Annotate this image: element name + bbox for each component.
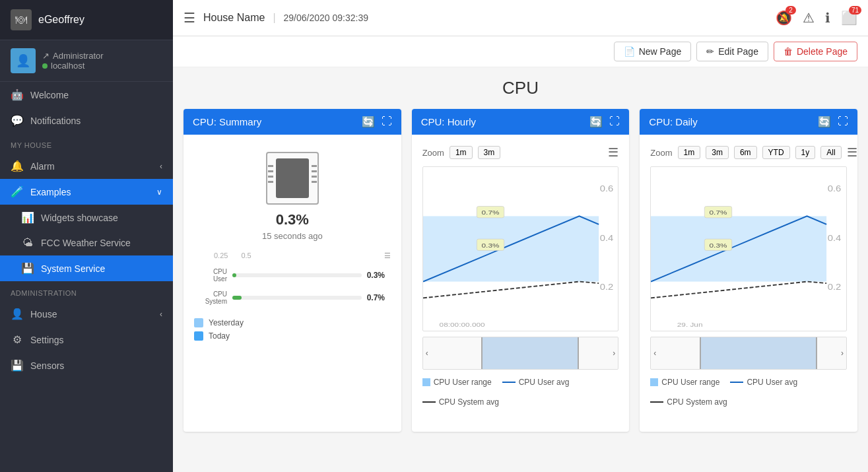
zoom-6m-daily[interactable]: 6m xyxy=(734,146,757,159)
scroll-right-icon[interactable]: › xyxy=(613,349,615,358)
hourly-chart-svg: 0.6 0.4 0.2 0.7% xyxy=(423,167,618,331)
house-arrow-icon: ‹ xyxy=(160,310,162,319)
zoom-3m-hourly[interactable]: 3m xyxy=(478,146,501,159)
sidebar-item-widgets-showcase[interactable]: 📊 Widgets showcase xyxy=(0,205,173,230)
scroll-left-daily-icon[interactable]: ‹ xyxy=(653,349,656,358)
user-range-color-daily xyxy=(650,378,658,386)
legend-user-avg-hourly: CPU User avg xyxy=(502,378,570,387)
cpu-summary-legend: Yesterday Today xyxy=(194,318,391,341)
bar-row-cpu-system: CPU System 0.7% xyxy=(194,290,391,305)
cpu-last-update: 15 seconds ago xyxy=(194,231,391,241)
sidebar-item-alarm[interactable]: 🔔 Alarm ‹ xyxy=(0,153,173,179)
hourly-chart-legend: CPU User range CPU User avg CPU System a… xyxy=(422,378,619,407)
refresh-daily-icon[interactable]: 🔄 xyxy=(818,116,831,128)
daily-chart-area: 0.6 0.4 0.2 0.7% 0.3% 29. Jun xyxy=(650,166,847,331)
cpu-summary-widget-icons: 🔄 ⛶ xyxy=(362,116,392,128)
sidebar-item-sensors[interactable]: 💾 Sensors xyxy=(0,353,173,378)
zoom-ytd-daily[interactable]: YTD xyxy=(762,146,790,159)
cpu-pins-left xyxy=(268,165,273,183)
widgets-showcase-icon: 📊 xyxy=(21,211,34,224)
svg-text:0.6: 0.6 xyxy=(599,184,613,193)
daily-scroll-bar[interactable]: ‹ › xyxy=(650,337,847,370)
delete-page-button[interactable]: 🗑 Delete Page xyxy=(774,42,857,61)
bar-fill-cpu-user xyxy=(232,273,236,277)
expand-icon[interactable]: ⛶ xyxy=(382,116,392,128)
refresh-hourly-icon[interactable]: 🔄 xyxy=(589,116,603,128)
cpu-summary-center: 0.3% 15 seconds ago xyxy=(194,152,391,241)
legend-user-avg-daily: CPU User avg xyxy=(730,378,797,387)
examples-icon: 🧪 xyxy=(11,185,24,198)
gauge-menu-icon[interactable]: ☰ xyxy=(384,252,391,260)
fcc-weather-icon: 🌤 xyxy=(21,237,34,249)
examples-arrow-icon: ∨ xyxy=(156,187,162,197)
hourly-scroll-bar[interactable]: ‹ › xyxy=(422,337,619,370)
sidebar-item-fcc-weather[interactable]: 🌤 FCC Weather Service xyxy=(0,230,173,255)
cpu-summary-body: 0.3% 15 seconds ago 0.25 0.5 ☰ CPU User … xyxy=(184,135,401,432)
administration-section-label: ADMINISTRATION xyxy=(0,281,173,301)
cpu-current-value: 0.3% xyxy=(194,211,391,228)
edit-page-button[interactable]: ✏ Edit Page xyxy=(696,42,768,61)
svg-text:0.7%: 0.7% xyxy=(481,209,499,216)
svg-text:29. Jun: 29. Jun xyxy=(677,321,703,328)
svg-text:0.6: 0.6 xyxy=(828,184,842,193)
bar-row-cpu-user: CPU User 0.3% xyxy=(194,268,391,283)
svg-text:0.7%: 0.7% xyxy=(710,209,727,216)
sidebar: 🍽 eGeoffrey 👤 ↗ Administrator localhost … xyxy=(0,0,173,472)
my-house-section-label: MY HOUSE xyxy=(0,133,173,153)
svg-text:0.3%: 0.3% xyxy=(710,241,727,248)
expand-hourly-icon[interactable]: ⛶ xyxy=(609,116,620,128)
sidebar-item-system-service[interactable]: 💾 System Service xyxy=(0,255,173,281)
cpu-summary-title: CPU: Summary xyxy=(193,116,261,127)
refresh-icon[interactable]: 🔄 xyxy=(362,116,375,128)
svg-text:08:00:00.000: 08:00:00.000 xyxy=(439,321,484,328)
cpu-chip xyxy=(276,158,309,198)
svg-rect-3 xyxy=(423,216,599,281)
window-icon[interactable]: ⬜ 71 xyxy=(841,10,857,26)
alert-icon[interactable]: ⚠ xyxy=(803,10,815,26)
new-page-button[interactable]: 📄 New Page xyxy=(614,42,692,61)
app-logo: 🍽 xyxy=(11,9,32,30)
zoom-1m-hourly[interactable]: 1m xyxy=(450,146,473,159)
topbar-datetime: 29/06/2020 09:32:39 xyxy=(284,13,368,23)
user-avg-color xyxy=(502,382,516,383)
cpu-daily-title: CPU: Daily xyxy=(649,116,697,127)
zoom-1y-daily[interactable]: 1y xyxy=(795,146,816,159)
avatar: 👤 xyxy=(11,48,36,73)
sidebar-header: 🍽 eGeoffrey xyxy=(0,0,173,40)
legend-item-yesterday: Yesterday xyxy=(194,318,391,327)
notifications-icon: 💬 xyxy=(11,114,24,127)
sidebar-item-welcome[interactable]: 🤖 Welcome xyxy=(0,82,173,108)
sidebar-item-notifications[interactable]: 💬 Notifications xyxy=(0,108,173,133)
daily-scroll-arrows: ‹ › xyxy=(651,349,846,358)
delete-page-icon: 🗑 xyxy=(784,46,793,57)
hourly-scroll-arrows: ‹ › xyxy=(423,349,618,358)
online-indicator xyxy=(42,63,48,69)
bar-fill-cpu-system xyxy=(232,296,242,300)
sidebar-item-examples[interactable]: 🧪 Examples ∨ xyxy=(0,179,173,205)
info-icon[interactable]: ℹ xyxy=(825,10,830,26)
bar-label-cpu-system: CPU System xyxy=(194,290,227,305)
new-page-icon: 📄 xyxy=(624,46,635,57)
scroll-left-icon[interactable]: ‹ xyxy=(426,349,428,358)
scroll-right-daily-icon[interactable]: › xyxy=(841,349,844,358)
zoom-3m-daily[interactable]: 3m xyxy=(706,146,729,159)
topbar: ☰ House Name | 29/06/2020 09:32:39 🔕 2 ⚠… xyxy=(173,0,868,36)
bar-label-cpu-user: CPU User xyxy=(194,268,227,283)
svg-rect-12 xyxy=(651,216,826,281)
chart-menu-daily-icon[interactable]: ☰ xyxy=(847,145,857,160)
page-heading: CPU xyxy=(184,78,857,98)
window-badge: 71 xyxy=(849,6,861,15)
system-avg-color-daily xyxy=(650,401,663,403)
hourly-chart-controls: Zoom 1m 3m ☰ xyxy=(422,145,619,160)
svg-text:0.2: 0.2 xyxy=(828,283,842,292)
menu-icon[interactable]: ☰ xyxy=(184,10,195,26)
sidebar-item-settings[interactable]: ⚙ Settings xyxy=(0,327,173,353)
zoom-all-daily[interactable]: All xyxy=(820,146,841,159)
cpu-chip-diagram xyxy=(266,152,319,205)
expand-daily-icon[interactable]: ⛶ xyxy=(838,116,848,128)
chart-menu-hourly-icon[interactable]: ☰ xyxy=(608,145,618,160)
notifications-bell-icon[interactable]: 🔕 2 xyxy=(776,10,792,26)
sidebar-item-house[interactable]: 👤 House ‹ xyxy=(0,301,173,327)
zoom-1m-daily[interactable]: 1m xyxy=(678,146,701,159)
bar-track-cpu-system xyxy=(232,296,362,300)
